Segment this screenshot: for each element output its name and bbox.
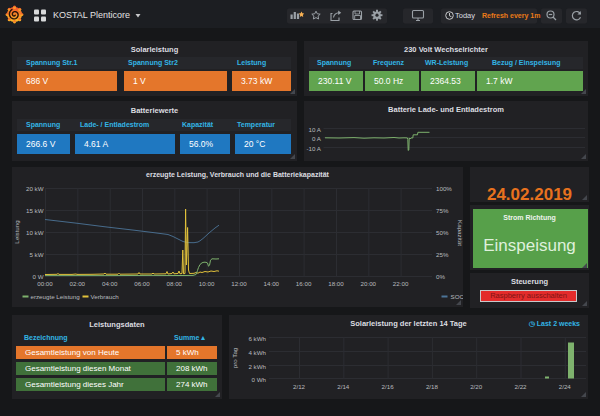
svg-text:2/16: 2/16	[382, 383, 395, 390]
svg-text:12:00: 12:00	[231, 280, 247, 287]
svg-text:16:00: 16:00	[296, 280, 312, 287]
svg-text:20:00: 20:00	[361, 280, 377, 287]
svg-text:0 W: 0 W	[32, 273, 43, 280]
svg-text:06:00: 06:00	[134, 280, 150, 287]
svg-text:-10 A: -10 A	[307, 145, 322, 152]
svg-text:08:00: 08:00	[167, 280, 183, 287]
svg-text:erzeugte Leistung: erzeugte Leistung	[31, 293, 81, 300]
svg-text:10 kW: 10 kW	[26, 229, 44, 236]
svg-text:2/18: 2/18	[426, 383, 439, 390]
svg-text:2/22: 2/22	[514, 383, 527, 390]
svg-text:50%: 50%	[436, 229, 449, 236]
svg-text:04:00: 04:00	[102, 280, 118, 287]
svg-text:100%: 100%	[436, 185, 452, 192]
svg-text:SOC: SOC	[451, 293, 464, 300]
svg-text:Today: Today	[455, 11, 475, 20]
svg-text:2 kWh: 2 kWh	[248, 363, 266, 370]
svg-text:75%: 75%	[436, 207, 449, 214]
svg-text:Leistung: Leistung	[13, 220, 20, 244]
svg-text:14:00: 14:00	[264, 280, 280, 287]
svg-text:Verbrauch: Verbrauch	[91, 293, 120, 300]
svg-text:5 kW: 5 kW	[29, 251, 43, 258]
svg-text:pro Tag: pro Tag	[231, 347, 238, 368]
svg-text:10:00: 10:00	[199, 280, 215, 287]
svg-text:25%: 25%	[436, 251, 449, 258]
svg-text:KOSTAL Plenticore: KOSTAL Plenticore	[53, 10, 130, 20]
svg-text:Kapazität: Kapazität	[457, 220, 463, 246]
svg-text:2/12: 2/12	[293, 383, 306, 390]
svg-text:0 A: 0 A	[312, 135, 322, 142]
svg-text:2/24: 2/24	[559, 383, 572, 390]
svg-text:2/20: 2/20	[470, 383, 483, 390]
svg-text:6 kWh: 6 kWh	[248, 335, 266, 342]
svg-text:18:00: 18:00	[328, 280, 344, 287]
svg-text:00:00: 00:00	[37, 280, 53, 287]
svg-text:Refresh every 1m: Refresh every 1m	[482, 12, 540, 20]
svg-text:22:00: 22:00	[393, 280, 409, 287]
svg-text:02:00: 02:00	[70, 280, 86, 287]
svg-text:15 kW: 15 kW	[26, 207, 44, 214]
svg-text:0 Wh: 0 Wh	[252, 376, 267, 383]
svg-text:10 A: 10 A	[309, 126, 322, 133]
svg-text:20 kW: 20 kW	[26, 185, 44, 192]
svg-text:2/14: 2/14	[337, 383, 350, 390]
svg-text:0%: 0%	[436, 273, 445, 280]
svg-text:4 kWh: 4 kWh	[248, 349, 266, 356]
